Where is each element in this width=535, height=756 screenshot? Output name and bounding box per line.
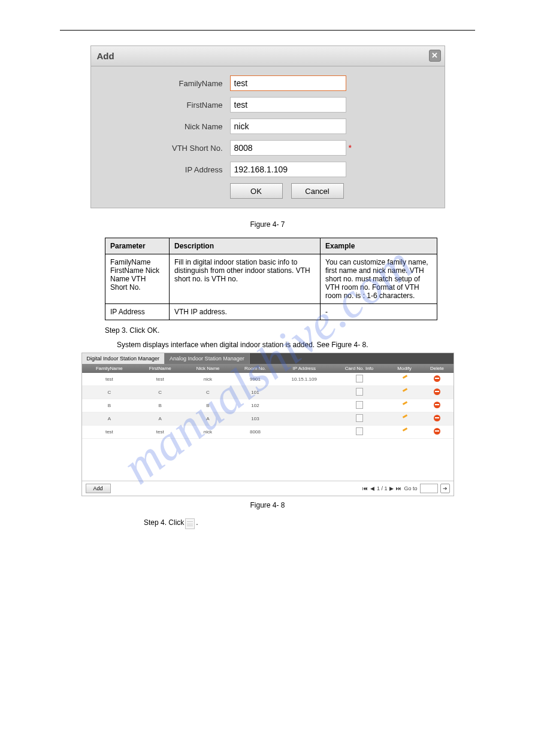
grid-th: Nick Name: [183, 364, 232, 373]
cell-first: A: [137, 412, 183, 426]
cell-modify[interactable]: [388, 373, 421, 386]
pager-last-icon[interactable]: ⏭: [396, 485, 401, 491]
cell-delete[interactable]: [421, 399, 453, 412]
cell-room: 9901: [232, 373, 278, 386]
dialog-title-bar: Add ✕: [91, 46, 445, 66]
cell-first: B: [137, 399, 183, 412]
cell-first: C: [137, 386, 183, 399]
cell-delete[interactable]: [421, 386, 453, 399]
param-td: IP Address: [105, 304, 170, 320]
pager-go-button[interactable]: ➔: [440, 484, 450, 493]
cell-modify[interactable]: [388, 386, 421, 399]
param-td: -: [321, 304, 437, 320]
figure-7-caption: Figure 4- 7: [60, 220, 475, 229]
cell-card[interactable]: [330, 373, 388, 386]
pencil-icon[interactable]: [401, 415, 408, 421]
step3-text: Step 3. Click OK.: [105, 326, 475, 335]
cell-modify[interactable]: [388, 399, 421, 412]
table-row: testtestnick990110.15.1.109: [82, 373, 454, 386]
cell-modify[interactable]: [388, 412, 421, 426]
add-button[interactable]: Add: [86, 484, 111, 493]
card-info-icon[interactable]: [356, 375, 363, 382]
card-step-prefix: Step 4. Click: [144, 518, 184, 527]
pager-prev-icon[interactable]: ◀: [370, 485, 374, 491]
label-familyname: FamilyName: [103, 79, 230, 88]
input-ipaddress[interactable]: [230, 162, 346, 177]
page-rule: [60, 30, 475, 31]
cell-nick: B: [183, 399, 232, 412]
cell-ip: [278, 412, 330, 426]
cell-nick: C: [183, 386, 232, 399]
cell-room: 102: [232, 399, 278, 412]
grid-th: FirstName: [137, 364, 183, 373]
cell-delete[interactable]: [421, 373, 453, 386]
cell-family: test: [82, 373, 137, 386]
dialog-title: Add: [97, 51, 114, 61]
grid-th: Delete: [421, 364, 453, 373]
cell-modify[interactable]: [388, 426, 421, 439]
delete-icon[interactable]: [434, 388, 440, 395]
cell-card[interactable]: [330, 412, 388, 426]
param-td: FamilyName FirstName Nick Name VTH Short…: [105, 254, 170, 304]
cell-first: test: [137, 426, 183, 439]
pager-next-icon[interactable]: ▶: [389, 485, 394, 491]
grid-th: Room No.: [232, 364, 278, 373]
pager: ⏮ ◀ 1 / 1 ▶ ⏭ Go to ➔: [362, 484, 450, 493]
grid-th: FamilyName: [82, 364, 137, 373]
card-info-icon[interactable]: [356, 427, 363, 435]
cell-ip: 10.15.1.109: [278, 373, 330, 386]
cancel-button[interactable]: Cancel: [291, 183, 344, 199]
cell-delete[interactable]: [421, 412, 453, 426]
input-firstname[interactable]: [230, 97, 346, 113]
cell-ip: [278, 426, 330, 439]
delete-icon[interactable]: [434, 375, 440, 382]
card-info-icon[interactable]: [356, 388, 363, 396]
param-th-description: Description: [170, 238, 321, 254]
delete-icon[interactable]: [434, 428, 440, 435]
input-familyname[interactable]: [230, 75, 346, 91]
station-manager-panel: Digital Indoor Station Manager Analog In…: [81, 353, 454, 496]
input-nickname[interactable]: [230, 119, 346, 134]
pencil-icon[interactable]: [401, 375, 408, 382]
figure-8-caption: Figure 4- 8: [60, 501, 475, 509]
param-td: VTH IP address.: [170, 304, 321, 320]
pager-goto-input[interactable]: [420, 484, 438, 493]
cell-family: A: [82, 412, 137, 426]
table-row: testtestnick8008: [82, 426, 454, 439]
pager-first-icon[interactable]: ⏮: [362, 485, 368, 491]
cell-room: 8008: [232, 426, 278, 439]
input-vthshort[interactable]: [230, 140, 346, 156]
parameter-table: Parameter Description Example FamilyName…: [105, 238, 437, 320]
cell-delete[interactable]: [421, 426, 453, 439]
table-row: AAA103: [82, 412, 454, 426]
pager-status: 1 / 1: [377, 485, 388, 491]
table-row: CCC101: [82, 386, 454, 399]
ok-button[interactable]: OK: [230, 183, 283, 199]
tab-digital[interactable]: Digital Indoor Station Manager: [82, 353, 165, 364]
pager-goto-label: Go to: [404, 485, 417, 491]
cell-card[interactable]: [330, 386, 388, 399]
pencil-icon[interactable]: [401, 428, 408, 435]
required-marker: *: [349, 143, 352, 153]
delete-icon[interactable]: [434, 415, 440, 421]
pencil-icon[interactable]: [401, 402, 408, 408]
cell-nick: nick: [183, 373, 232, 386]
card-info-icon[interactable]: [356, 414, 363, 422]
close-icon[interactable]: ✕: [429, 50, 441, 62]
add-dialog: Add ✕ FamilyName FirstName Nick Name VTH…: [90, 45, 445, 208]
cell-room: 103: [232, 412, 278, 426]
step3-note: System displays interface when digital i…: [117, 341, 475, 349]
station-grid: FamilyName FirstName Nick Name Room No. …: [82, 364, 454, 439]
delete-icon[interactable]: [434, 402, 440, 408]
cell-card[interactable]: [330, 426, 388, 439]
tab-analog[interactable]: Analog Indoor Station Manager: [165, 353, 250, 364]
cell-family: C: [82, 386, 137, 399]
grid-th: IP Address: [278, 364, 330, 373]
table-row: BBB102: [82, 399, 454, 412]
label-vthshort: VTH Short No.: [103, 144, 230, 153]
cell-card[interactable]: [330, 399, 388, 412]
card-info-icon[interactable]: [356, 401, 363, 409]
card-step-suffix: .: [196, 518, 198, 527]
pencil-icon[interactable]: [401, 388, 408, 395]
cell-family: B: [82, 399, 137, 412]
